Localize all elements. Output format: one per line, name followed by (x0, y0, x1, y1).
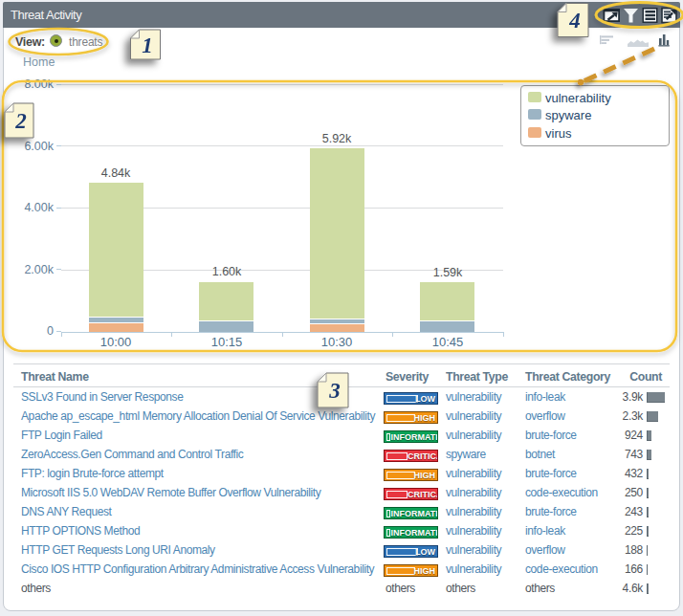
svg-text:2: 2 (14, 109, 27, 133)
svg-text:1: 1 (142, 33, 153, 57)
svg-text:3: 3 (328, 379, 341, 403)
svg-text:4: 4 (568, 9, 581, 33)
